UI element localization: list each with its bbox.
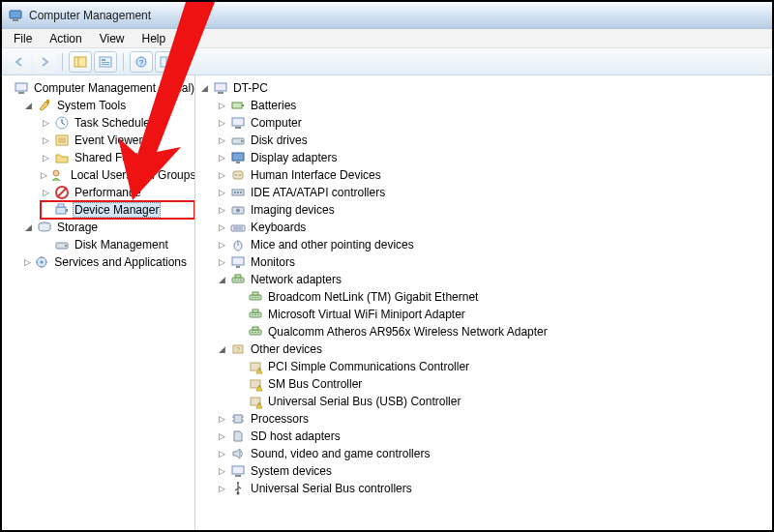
device-processors[interactable]: ▷Processors (217, 410, 772, 428)
expander-icon[interactable]: ▷ (41, 135, 51, 146)
expander-icon[interactable]: ▷ (217, 118, 227, 129)
battery-icon (230, 98, 246, 113)
expander-icon[interactable]: ▷ (217, 205, 227, 216)
expander-icon[interactable]: ▷ (217, 222, 227, 233)
monitor-icon (230, 254, 246, 270)
device-hid[interactable]: ▷Human Interface Devices (217, 166, 772, 184)
expander-icon[interactable]: ◢ (23, 222, 34, 233)
tree-system-tools[interactable]: ◢ System Tools ▷Task Scheduler ▷Event Vi… (23, 97, 194, 219)
device-disk-drives[interactable]: ▷Disk drives (217, 132, 772, 149)
expander-icon[interactable]: ▷ (217, 153, 227, 163)
toolbar-show-hide-button[interactable] (69, 51, 92, 73)
expander-icon[interactable]: ▷ (217, 135, 227, 146)
tree-local-users[interactable]: ▷Local Users and Groups (41, 166, 194, 184)
tree-shared-folders[interactable]: ▷Shared Folders (41, 149, 194, 166)
device-ide[interactable]: ▷IDE ATA/ATAPI controllers (217, 184, 772, 201)
device-computer[interactable]: ▷Computer (217, 114, 772, 132)
disk-management-icon (54, 237, 70, 252)
menu-view[interactable]: View (92, 30, 133, 47)
tree-performance[interactable]: ▷Performance (41, 184, 194, 201)
expander-icon[interactable]: ▷ (217, 240, 227, 251)
expander-icon[interactable]: ▷ (217, 257, 227, 268)
device-display-adapters[interactable]: ▷Display adapters (217, 149, 772, 166)
toolbar-properties-button[interactable] (94, 51, 117, 73)
svg-rect-36 (235, 127, 241, 129)
tree-disk-management[interactable]: ▸Disk Management (41, 236, 194, 253)
app-icon (8, 8, 23, 23)
expander-icon[interactable]: ▷ (41, 153, 51, 163)
expander-icon[interactable]: ▷ (41, 118, 51, 129)
device-broadcom[interactable]: ▸Broadcom NetLink (TM) Gigabit Ethernet (234, 288, 772, 306)
tree-root-computer-management[interactable]: ▸ Computer Management (Local) ◢ System T… (6, 79, 194, 271)
svg-rect-24 (66, 209, 68, 212)
device-batteries[interactable]: ▷Batteries (217, 97, 772, 114)
device-manager-icon (54, 202, 70, 218)
expander-icon[interactable]: ◢ (217, 344, 227, 355)
tree-services-apps[interactable]: ▷ Services and Applications (23, 253, 194, 271)
device-sound[interactable]: ▷Sound, video and game controllers (217, 445, 772, 462)
device-pci-simple[interactable]: ▸!PCI Simple Communications Controller (234, 358, 772, 375)
svg-rect-56 (236, 266, 240, 268)
device-network-adapters[interactable]: ◢Network adapters▸Broadcom NetLink (TM) … (217, 271, 772, 340)
imaging-icon (230, 202, 246, 218)
svg-point-60 (237, 280, 239, 281)
device-mice[interactable]: ▷Mice and other pointing devices (217, 236, 772, 253)
device-usb-controllers[interactable]: ▷Universal Serial Bus controllers (217, 480, 772, 497)
menu-action[interactable]: Action (42, 30, 89, 47)
device-ms-virtual-wifi[interactable]: ▸Microsoft Virtual WiFi Miniport Adapter (234, 306, 772, 323)
svg-rect-45 (234, 192, 236, 193)
users-icon (50, 167, 66, 183)
right-tree-pane[interactable]: ◢ DT-PC ▷Batteries▷Computer▷Disk drives▷… (195, 75, 772, 530)
expander-icon[interactable]: ▷ (217, 466, 227, 477)
device-monitors[interactable]: ▷Monitors (217, 253, 772, 271)
device-imaging[interactable]: ▷Imaging devices (217, 201, 772, 219)
device-root[interactable]: ◢ DT-PC ▷Batteries▷Computer▷Disk drives▷… (199, 79, 772, 497)
menu-help[interactable]: Help (134, 30, 174, 47)
event-viewer-icon (54, 133, 70, 148)
toolbar-help-button[interactable]: ? (130, 51, 153, 73)
tree-task-scheduler[interactable]: ▷Task Scheduler (41, 114, 194, 132)
device-qualcomm[interactable]: ▸Qualcomm Atheros AR956x Wireless Networ… (234, 323, 772, 340)
expander-icon[interactable]: ▷ (41, 170, 47, 181)
device-other-devices[interactable]: ◢?Other devices▸!PCI Simple Communicatio… (217, 340, 772, 410)
device-keyboards[interactable]: ▷Keyboards (217, 219, 772, 236)
svg-rect-12 (15, 83, 27, 91)
toolbar-refresh-button[interactable] (155, 51, 178, 73)
network-icon (230, 272, 246, 287)
tree-device-manager[interactable]: ▸Device Manager (41, 201, 194, 219)
sd-icon (230, 429, 246, 444)
expander-icon[interactable]: ▷ (217, 449, 227, 459)
expander-icon[interactable]: ◢ (199, 83, 210, 94)
svg-point-95 (237, 492, 240, 495)
svg-point-75 (254, 332, 256, 334)
tree-storage[interactable]: ◢ Storage ▸Disk Management (23, 219, 194, 253)
svg-rect-14 (46, 100, 49, 103)
toolbar-forward-button[interactable] (33, 51, 56, 73)
expander-icon[interactable]: ▷ (217, 414, 227, 425)
left-tree-pane[interactable]: ▸ Computer Management (Local) ◢ System T… (2, 75, 195, 530)
display-icon (230, 150, 246, 165)
menu-file[interactable]: File (6, 30, 40, 47)
expander-icon[interactable]: ▷ (217, 101, 227, 111)
expander-icon[interactable]: ▷ (23, 257, 31, 268)
expander-icon[interactable]: ▷ (41, 188, 51, 198)
svg-point-70 (254, 314, 256, 316)
main-area: ▸ Computer Management (Local) ◢ System T… (2, 75, 772, 530)
expander-icon[interactable]: ▷ (217, 431, 227, 442)
hid-icon (230, 167, 246, 183)
clock-icon (54, 115, 70, 131)
device-sd-host[interactable]: ▷SD host adapters (217, 428, 772, 445)
expander-icon[interactable]: ◢ (217, 275, 227, 285)
expander-icon[interactable]: ▷ (217, 188, 227, 198)
toolbar-back-button[interactable] (8, 51, 31, 73)
svg-point-20 (53, 170, 59, 176)
expander-icon[interactable]: ▷ (217, 170, 227, 181)
expander-icon[interactable]: ◢ (23, 101, 34, 111)
device-usb-controller[interactable]: ▸!Universal Serial Bus (USB) Controller (234, 393, 772, 410)
svg-rect-7 (102, 64, 109, 65)
expander-icon[interactable]: ▷ (217, 484, 227, 494)
device-system-devices[interactable]: ▷System devices (217, 462, 772, 480)
device-sm-bus[interactable]: ▸!SM Bus Controller (234, 375, 772, 393)
svg-rect-2 (74, 57, 86, 67)
tree-event-viewer[interactable]: ▷Event Viewer (41, 132, 194, 149)
